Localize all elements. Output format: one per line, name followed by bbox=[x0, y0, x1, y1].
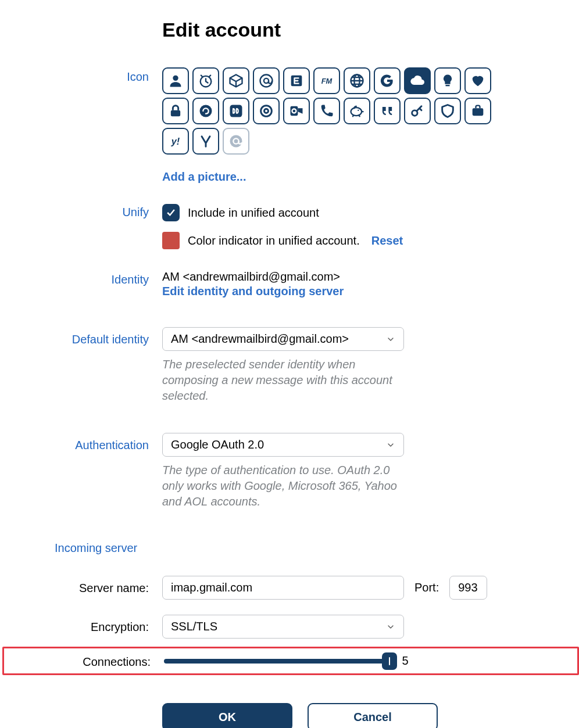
label-server-name: Server name: bbox=[55, 576, 162, 600]
chevron-down-icon bbox=[386, 335, 395, 344]
identity-text: AM <andrewmailbird@gmail.com> bbox=[162, 270, 556, 284]
shield-icon[interactable] bbox=[434, 98, 461, 124]
clock-icon[interactable] bbox=[192, 67, 219, 94]
label-icon: Icon bbox=[55, 67, 162, 198]
authentication-select[interactable]: Google OAuth 2.0 bbox=[162, 433, 404, 457]
label-default-identity: Default identity bbox=[55, 327, 162, 404]
label-unify: Unify bbox=[55, 203, 162, 266]
include-unified-checkbox[interactable] bbox=[162, 204, 180, 221]
port-input[interactable] bbox=[449, 576, 487, 600]
encryption-select[interactable]: SSL/TLS bbox=[162, 615, 404, 639]
mailru-icon[interactable] bbox=[223, 98, 249, 124]
mail-app-icon[interactable] bbox=[223, 128, 249, 155]
authentication-value: Google OAuth 2.0 bbox=[171, 438, 264, 451]
default-identity-select[interactable]: AM <andrewmailbird@gmail.com> bbox=[162, 327, 404, 351]
default-identity-value: AM <andrewmailbird@gmail.com> bbox=[171, 332, 349, 346]
page-title: Edit account bbox=[162, 19, 579, 41]
key-icon[interactable] bbox=[404, 98, 431, 124]
encryption-value: SSL/TLS bbox=[171, 620, 217, 633]
cloud-icon[interactable] bbox=[404, 67, 431, 94]
connections-slider[interactable] bbox=[164, 659, 394, 664]
google-icon[interactable] bbox=[374, 67, 401, 94]
bulb-icon[interactable] bbox=[434, 67, 461, 94]
quote-icon[interactable] bbox=[374, 98, 401, 124]
box-icon[interactable] bbox=[223, 67, 249, 94]
fastmail-icon[interactable] bbox=[313, 67, 340, 94]
connections-highlight: Connections: 5 bbox=[2, 647, 579, 675]
piggy-icon[interactable] bbox=[344, 98, 370, 124]
lock-icon[interactable] bbox=[162, 98, 189, 124]
at-icon[interactable] bbox=[253, 67, 280, 94]
icon-grid bbox=[162, 67, 517, 155]
connections-value: 5 bbox=[399, 654, 411, 668]
label-authentication: Authentication bbox=[55, 433, 162, 510]
label-port: Port: bbox=[414, 581, 439, 594]
chevron-down-icon bbox=[386, 622, 395, 632]
chevron-down-icon bbox=[386, 440, 395, 450]
apple-mail-icon[interactable] bbox=[192, 98, 219, 124]
cancel-button[interactable]: Cancel bbox=[308, 703, 438, 728]
exchange-icon[interactable] bbox=[283, 67, 310, 94]
reset-color-link[interactable]: Reset bbox=[371, 234, 403, 248]
add-picture-link[interactable]: Add a picture... bbox=[162, 170, 246, 183]
server-name-input[interactable] bbox=[162, 576, 404, 600]
label-encryption: Encryption: bbox=[55, 615, 162, 639]
phone-icon[interactable] bbox=[313, 98, 340, 124]
edit-identity-link[interactable]: Edit identity and outgoing server bbox=[162, 285, 556, 298]
heart-icon[interactable] bbox=[464, 67, 491, 94]
color-indicator-swatch[interactable] bbox=[162, 232, 180, 249]
authentication-hint: The type of authentication to use. OAuth… bbox=[162, 462, 406, 510]
label-identity: Identity bbox=[55, 270, 162, 298]
briefcase-icon[interactable] bbox=[464, 98, 491, 124]
outlook-icon[interactable] bbox=[283, 98, 310, 124]
person-icon[interactable] bbox=[162, 67, 189, 94]
yahoo-icon[interactable] bbox=[162, 128, 189, 155]
globe-icon[interactable] bbox=[344, 67, 370, 94]
circle-icon[interactable] bbox=[253, 98, 280, 124]
label-connections: Connections: bbox=[56, 653, 164, 669]
color-indicator-label: Color indicator in unified account. bbox=[188, 234, 360, 248]
gamma-icon[interactable] bbox=[192, 128, 219, 155]
include-unified-label: Include in unified account bbox=[188, 206, 319, 220]
incoming-server-heading: Incoming server bbox=[55, 539, 162, 555]
ok-button[interactable]: OK bbox=[162, 703, 292, 728]
default-identity-hint: The preselected sender identity when com… bbox=[162, 357, 406, 404]
slider-thumb[interactable] bbox=[382, 652, 397, 670]
